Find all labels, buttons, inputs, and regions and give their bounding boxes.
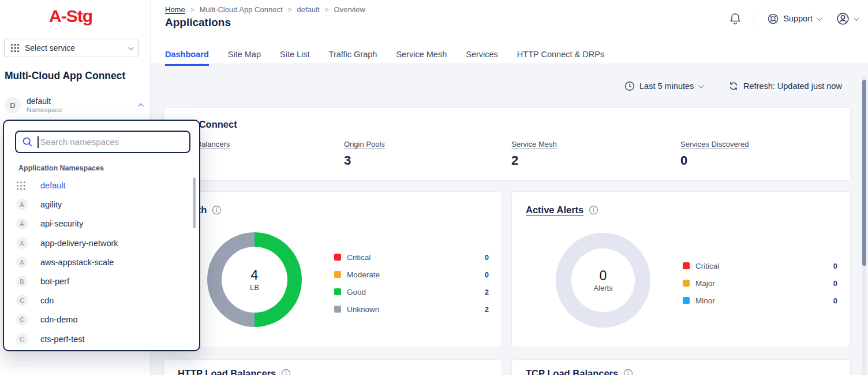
namespace-item-cdn-demo[interactable]: C cdn-demo (10, 311, 189, 328)
summary-col-origin-pools: Origin Pools 3 (344, 140, 385, 168)
tab-traffic-graph[interactable]: Traffic Graph (329, 50, 377, 66)
namespace-selector[interactable]: D default Namespace (0, 92, 151, 118)
namespace-item-aws-appstack-scale[interactable]: A aws-appstack-scale (10, 254, 189, 270)
namespace-name: default (27, 96, 140, 106)
grid-apps-icon (10, 43, 20, 53)
health-donut-chart: 4 LB (207, 232, 302, 327)
namespace-item-cts-perf-test[interactable]: C cts-perf-test (10, 331, 189, 347)
service-section-title: Multi-Cloud App Connect (5, 70, 125, 82)
tcp-lb-link[interactable]: TCP Load Balancers (526, 368, 618, 375)
page-scrollbar-thumb[interactable] (862, 80, 866, 266)
alerts-legend: Critical 0 Major 0 Minor 0 (683, 257, 837, 309)
page-title: Applications (165, 16, 231, 29)
breadcrumb-separator: > (288, 6, 292, 14)
chevron-down-icon (854, 15, 859, 21)
header-actions: Support (728, 8, 858, 29)
time-range-label: Last 5 minutes (639, 81, 694, 91)
time-range-selector[interactable]: Last 5 minutes (624, 81, 702, 91)
namespace-item-api-security[interactable]: A api-security (10, 216, 189, 232)
legend-row-major: Major 0 (683, 274, 837, 292)
tab-http-connect-drps[interactable]: HTTP Connect & DRPs (517, 50, 604, 66)
tab-service-mesh[interactable]: Service Mesh (396, 50, 447, 66)
app-connect-summary-card: App Connect Load Balancers Origin Pools … (163, 107, 851, 181)
active-alerts-link[interactable]: Active Alerts (526, 205, 583, 216)
critical-swatch (683, 262, 690, 269)
search-input[interactable] (40, 137, 184, 147)
namespace-item-agility[interactable]: A agility (10, 196, 189, 213)
support-menu[interactable]: Support (767, 13, 821, 25)
legend-row-good: Good 2 (334, 283, 489, 300)
breadcrumb-namespace[interactable]: default (297, 5, 320, 14)
clock-icon (624, 81, 635, 91)
legend-row-critical: Critical 0 (334, 248, 489, 266)
info-icon[interactable] (212, 205, 222, 215)
namespace-item-default[interactable]: default (10, 177, 189, 194)
text-caret (38, 136, 39, 148)
namespace-dropdown-panel: Application Namespaces default A agility… (3, 120, 200, 351)
tab-site-map[interactable]: Site Map (228, 50, 261, 66)
refresh-control[interactable]: Refresh: Updated just now (728, 81, 842, 91)
legend-row-minor: Minor 0 (683, 292, 837, 309)
tab-services[interactable]: Services (466, 50, 498, 66)
health-legend: Critical 0 Moderate 0 Good 2 Unknown 2 (334, 248, 489, 318)
app-root: Home > Multi-Cloud App Connect > default… (0, 0, 868, 375)
alerts-donut-chart: 0 Alerts (556, 233, 650, 328)
summary-col-services-discovered: Services Discovered 0 (680, 140, 749, 168)
minor-swatch (683, 297, 690, 304)
info-icon[interactable] (281, 369, 291, 375)
info-icon[interactable] (589, 205, 598, 215)
namespace-avatar: D (5, 97, 21, 113)
namespace-type-label: Namespace (27, 106, 140, 114)
http-load-balancers-card: HTTP Load Balancers (163, 359, 502, 375)
refresh-label: Refresh: Updated just now (743, 81, 842, 91)
legend-row-critical: Critical 0 (683, 257, 837, 274)
info-icon[interactable] (623, 369, 633, 375)
breadcrumb-home[interactable]: Home (165, 5, 185, 14)
namespace-item-cdn[interactable]: C cdn (10, 292, 189, 309)
service-mesh-link[interactable]: Service Mesh (511, 140, 557, 148)
sidebar-divider (0, 366, 151, 366)
good-swatch (334, 288, 341, 295)
tcp-load-balancers-card: TCP Load Balancers (511, 359, 851, 375)
support-icon (767, 13, 779, 25)
account-menu[interactable] (836, 12, 858, 26)
major-swatch (683, 280, 690, 287)
unknown-swatch (334, 306, 341, 313)
active-alerts-title: Active Alerts (526, 205, 598, 216)
breadcrumb-service[interactable]: Multi-Cloud App Connect (200, 5, 283, 14)
brand-logo[interactable]: A-Stg (40, 5, 101, 28)
dropdown-scrollbar-thumb[interactable] (193, 177, 196, 228)
services-discovered-count: 0 (680, 153, 749, 168)
breadcrumb-separator: > (325, 6, 329, 14)
breadcrumb-current: Overview (334, 5, 365, 14)
health-donut-value: 4 (251, 268, 259, 283)
health-card: Health 4 LB Critical 0 Moderate 0 (163, 191, 502, 347)
namespace-search-box[interactable] (15, 131, 190, 153)
moderate-swatch (334, 271, 341, 278)
refresh-icon (728, 81, 739, 91)
legend-row-unknown: Unknown 2 (334, 300, 489, 318)
account-icon (836, 12, 850, 26)
origin-pools-count: 3 (344, 153, 385, 168)
origin-pools-link[interactable]: Origin Pools (344, 140, 385, 148)
namespace-group-label: Application Namespaces (18, 164, 104, 172)
health-donut-unit: LB (250, 283, 259, 292)
tab-dashboard[interactable]: Dashboard (165, 50, 209, 66)
breadcrumb-separator: > (190, 6, 194, 14)
summary-col-service-mesh: Service Mesh 2 (511, 140, 557, 168)
tab-site-list[interactable]: Site List (280, 50, 310, 66)
namespace-item-app-delivery-network[interactable]: A app-delivery-network (10, 235, 189, 251)
alerts-donut-center: 0 Alerts (571, 248, 635, 312)
namespace-item-bot-perf[interactable]: B bot-perf (10, 273, 189, 289)
select-service-dropdown[interactable]: Select service (4, 39, 139, 57)
notifications-bell-icon[interactable] (728, 12, 742, 25)
grid-apps-icon (16, 181, 26, 191)
services-discovered-link[interactable]: Services Discovered (680, 140, 749, 148)
header-divider (754, 10, 754, 27)
health-donut-center: 4 LB (222, 247, 287, 313)
breadcrumb: Home > Multi-Cloud App Connect > default… (165, 5, 365, 14)
alerts-donut-unit: Alerts (593, 283, 612, 293)
select-service-label: Select service (25, 43, 128, 53)
tcp-lb-card-title: TCP Load Balancers (526, 368, 633, 375)
http-lb-link[interactable]: HTTP Load Balancers (178, 368, 276, 375)
